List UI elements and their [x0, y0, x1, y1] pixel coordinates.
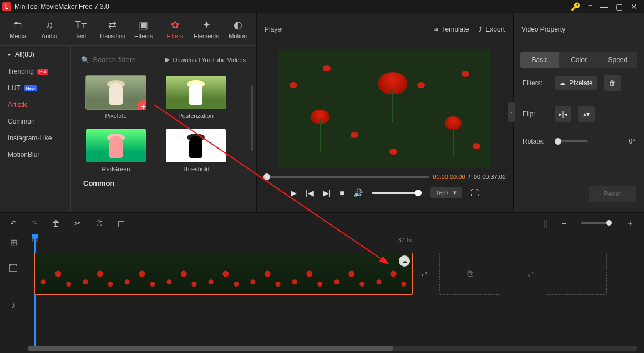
reset-button[interactable]: Reset — [589, 186, 636, 202]
fit-icon[interactable]: ‖ — [544, 219, 547, 228]
audio-track-icon: ♪ — [0, 287, 27, 324]
rotate-slider[interactable] — [555, 140, 588, 142]
filter-item-posterization[interactable]: Posterization — [165, 76, 226, 119]
tab-transition[interactable]: ⇄Transition — [98, 19, 127, 39]
filter-cat-instagram[interactable]: Instagram-Like — [0, 130, 70, 146]
flip-label: Flip: — [523, 110, 548, 118]
transition-slot[interactable]: ⇄ — [416, 253, 433, 295]
rotate-label: Rotate: — [523, 137, 548, 145]
volume-icon[interactable]: 🔊 — [353, 188, 363, 197]
timeline-toolbar: ↶ ↷ 🗑 ✂ ⏱ ◲ ‖ − ＋ — [0, 213, 644, 234]
play-icon[interactable]: ▶ — [291, 188, 297, 197]
app-logo-icon: L — [2, 2, 11, 11]
crop-icon[interactable]: ◲ — [118, 219, 125, 228]
timeline-ruler[interactable]: 0s 37.1s — [27, 234, 634, 250]
filter-cat-trending[interactable]: TrendingHot — [0, 63, 70, 80]
zoom-slider[interactable] — [581, 222, 612, 224]
volume-slider[interactable] — [372, 192, 422, 194]
tab-audio[interactable]: ♫Audio — [35, 19, 64, 39]
transition-slot-2[interactable]: ⇄ — [523, 253, 539, 295]
filter-section-common: Common — [74, 172, 252, 191]
video-clip[interactable]: ☁ — [34, 253, 413, 295]
filter-item-threshold[interactable]: Threshold — [165, 129, 226, 172]
title-bar: L MiniTool MovieMaker Free 7.3.0 🔑 ≡ — ▢… — [0, 0, 644, 13]
prev-frame-icon[interactable]: |◀ — [306, 188, 314, 197]
top-tabs: 🗀Media ♫Audio TᴛText ⇄Transition ▣Effect… — [0, 13, 256, 46]
filter-cat-motionblur[interactable]: MotionBlur — [0, 146, 70, 163]
speed-icon[interactable]: ⏱ — [95, 219, 103, 228]
transition-icon: ⇄ — [108, 19, 116, 30]
seek-bar[interactable] — [263, 176, 429, 178]
zoom-in-icon[interactable]: ＋ — [626, 218, 634, 228]
filter-categories: ▾All(83) TrendingHot LUTNew Artistic Com… — [0, 46, 71, 212]
trash-icon: 🗑 — [609, 79, 616, 87]
music-icon: ♫ — [45, 19, 53, 30]
property-column: › Video Property Basic Color Speed Filte… — [514, 13, 644, 212]
app-title: MiniTool MovieMaker Free 7.3.0 — [14, 3, 109, 11]
chevron-down-icon: ▾ — [8, 52, 11, 58]
audio-track[interactable] — [27, 297, 634, 328]
tab-effects[interactable]: ▣Effects — [129, 19, 159, 39]
download-youtube-link[interactable]: ▶Download YouTube Videos — [165, 56, 246, 63]
minimize-icon[interactable]: — — [600, 2, 608, 11]
video-track[interactable]: ☁ ⇄ ⧉ ⇄ — [27, 250, 634, 297]
timeline: ↶ ↷ 🗑 ✂ ⏱ ◲ ‖ − ＋ ⊞ 🎞 ♪ 0s 37.1s ☁ — [0, 212, 644, 353]
maximize-icon[interactable]: ▢ — [616, 2, 623, 11]
applied-filter-chip[interactable]: ☁Pixelate — [555, 76, 597, 90]
export-button[interactable]: ⤴Export — [479, 25, 505, 33]
tab-text[interactable]: TᴛText — [66, 19, 95, 39]
delete-icon[interactable]: 🗑 — [52, 219, 60, 228]
key-icon[interactable]: 🔑 — [571, 2, 580, 11]
close-icon[interactable]: ✕ — [631, 2, 637, 11]
filter-chip-icon: ☁ — [559, 79, 566, 87]
undo-icon[interactable]: ↶ — [10, 219, 17, 228]
rotate-value: 0° — [629, 137, 635, 145]
player-heading: Player — [265, 25, 283, 33]
next-frame-icon[interactable]: ▶| — [323, 188, 331, 197]
tab-color[interactable]: Color — [559, 52, 598, 68]
delete-filter-button[interactable]: 🗑 — [604, 75, 621, 91]
collapse-panel-icon[interactable]: › — [508, 102, 515, 122]
filters-label: Filters: — [523, 79, 548, 87]
search-filters-input[interactable] — [93, 55, 159, 64]
player-column: Player ≋Template ⤴Export 00:00:00.00 / — [257, 13, 514, 212]
filters-scrollbar[interactable] — [251, 85, 253, 151]
aspect-dropdown[interactable]: 16:9▾ — [430, 187, 462, 198]
tab-filters[interactable]: ✿Filters — [160, 19, 190, 39]
filters-column: 🗀Media ♫Audio TᴛText ⇄Transition ▣Effect… — [0, 13, 257, 212]
dropzone-2[interactable] — [546, 253, 607, 295]
timeline-scrollbar[interactable] — [28, 346, 637, 351]
flip-vertical-button[interactable]: ▴▾ — [578, 106, 595, 122]
tab-basic[interactable]: Basic — [520, 52, 559, 68]
template-button[interactable]: ≋Template — [433, 25, 469, 33]
tab-motion[interactable]: ◐Motion — [223, 19, 252, 39]
clip-filter-badge-icon[interactable]: ☁ — [399, 255, 410, 267]
stop-icon[interactable]: ■ — [339, 188, 344, 197]
filter-item-pixelate[interactable]: + Pixelate — [85, 76, 146, 119]
flip-horizontal-button[interactable]: ▸|◂ — [555, 106, 571, 122]
tab-speed[interactable]: Speed — [599, 52, 637, 68]
tab-media[interactable]: 🗀Media — [3, 19, 33, 39]
export-icon: ⤴ — [479, 25, 482, 33]
dropzone-1[interactable]: ⧉ — [439, 253, 500, 295]
menu-icon[interactable]: ≡ — [588, 2, 592, 11]
motion-icon: ◐ — [234, 19, 242, 30]
time-current: 00:00:00.00 — [433, 173, 465, 180]
video-preview[interactable] — [278, 49, 491, 168]
filter-cat-all[interactable]: ▾All(83) — [0, 46, 70, 63]
split-icon[interactable]: ✂ — [74, 219, 81, 228]
zoom-out-icon[interactable]: − — [562, 219, 566, 228]
filter-cat-common[interactable]: Common — [0, 113, 70, 130]
filter-item-redgreen[interactable]: RedGreen — [85, 129, 146, 172]
filter-cat-artistic[interactable]: Artistic — [0, 96, 70, 113]
search-icon: 🔍 — [81, 56, 89, 64]
redo-icon[interactable]: ↷ — [31, 219, 38, 228]
add-track-button[interactable]: ⊞ — [0, 234, 27, 250]
effects-icon: ▣ — [139, 19, 148, 30]
add-filter-icon[interactable]: + — [137, 100, 146, 109]
tab-elements[interactable]: ✦Elements — [192, 19, 221, 39]
fullscreen-icon[interactable]: ⛶ — [471, 188, 479, 197]
property-heading: Video Property — [521, 25, 565, 33]
template-icon: ≋ — [433, 25, 439, 33]
filter-cat-lut[interactable]: LUTNew — [0, 80, 70, 96]
